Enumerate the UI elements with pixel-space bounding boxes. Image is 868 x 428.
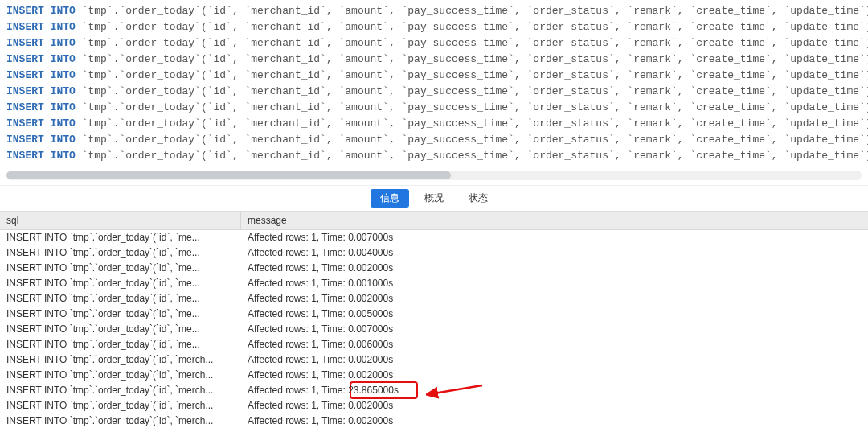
result-sql-cell: INSERT INTO `tmp`.`order_today`(`id`, `m… <box>0 245 241 261</box>
sql-keyword-into: INTO <box>51 150 76 162</box>
results-body: INSERT INTO `tmp`.`order_today`(`id`, `m… <box>0 230 868 428</box>
sql-keyword-into: INTO <box>51 85 76 97</box>
result-row[interactable]: INSERT INTO `tmp`.`order_today`(`id`, `m… <box>0 368 868 383</box>
result-sql-cell: INSERT INTO `tmp`.`order_today`(`id`, `m… <box>0 276 241 291</box>
result-sql-cell: INSERT INTO `tmp`.`order_today`(`id`, `m… <box>0 261 241 276</box>
sql-line[interactable]: INSERT INTO `tmp`.`order_today`(`id`, `m… <box>6 19 862 35</box>
result-sql-cell: INSERT INTO `tmp`.`order_today`(`id`, `m… <box>0 414 241 428</box>
result-row[interactable]: INSERT INTO `tmp`.`order_today`(`id`, `m… <box>0 322 868 337</box>
sql-editor[interactable]: INSERT INTO `tmp`.`order_today`(`id`, `m… <box>0 0 868 167</box>
sql-text: `tmp`.`order_today`(`id`, `merchant_id`,… <box>82 21 868 33</box>
sql-keyword-into: INTO <box>51 37 76 49</box>
result-sql-cell: INSERT INTO `tmp`.`order_today`(`id`, `m… <box>0 383 241 398</box>
result-row[interactable]: INSERT INTO `tmp`.`order_today`(`id`, `m… <box>0 291 868 307</box>
sql-text: `tmp`.`order_today`(`id`, `merchant_id`,… <box>82 69 868 81</box>
result-row[interactable]: INSERT INTO `tmp`.`order_today`(`id`, `m… <box>0 230 868 245</box>
sql-keyword-into: INTO <box>51 5 76 17</box>
sql-line[interactable]: INSERT INTO `tmp`.`order_today`(`id`, `m… <box>6 116 862 132</box>
sql-keyword-insert: INSERT <box>6 53 44 65</box>
sql-text: `tmp`.`order_today`(`id`, `merchant_id`,… <box>82 5 868 17</box>
result-message-cell: Affected rows: 1, Time: 0.002000s <box>241 398 868 414</box>
sql-line[interactable]: INSERT INTO `tmp`.`order_today`(`id`, `m… <box>6 84 862 100</box>
sql-line[interactable]: INSERT INTO `tmp`.`order_today`(`id`, `m… <box>6 132 862 148</box>
column-header-message[interactable]: message <box>241 212 868 229</box>
tab-overview[interactable]: 概况 <box>415 189 453 208</box>
sql-line[interactable]: INSERT INTO `tmp`.`order_today`(`id`, `m… <box>6 3 862 19</box>
sql-keyword-insert: INSERT <box>6 69 44 81</box>
sql-line[interactable]: INSERT INTO `tmp`.`order_today`(`id`, `m… <box>6 68 862 84</box>
result-sql-cell: INSERT INTO `tmp`.`order_today`(`id`, `m… <box>0 398 241 414</box>
result-sql-cell: INSERT INTO `tmp`.`order_today`(`id`, `m… <box>0 230 241 245</box>
sql-keyword-into: INTO <box>51 21 76 33</box>
sql-text: `tmp`.`order_today`(`id`, `merchant_id`,… <box>82 53 868 65</box>
sql-keyword-insert: INSERT <box>6 150 44 162</box>
horizontal-scrollbar[interactable] <box>6 171 862 180</box>
result-message-cell: Affected rows: 1, Time: 0.002000s <box>241 352 868 368</box>
sql-keyword-into: INTO <box>51 117 76 130</box>
result-time-highlighted: 23.865000s <box>348 385 399 396</box>
result-sql-cell: INSERT INTO `tmp`.`order_today`(`id`, `m… <box>0 352 241 368</box>
result-row[interactable]: INSERT INTO `tmp`.`order_today`(`id`, `m… <box>0 307 868 322</box>
sql-text: `tmp`.`order_today`(`id`, `merchant_id`,… <box>82 85 868 97</box>
column-header-sql[interactable]: sql <box>0 212 241 229</box>
sql-keyword-insert: INSERT <box>6 101 44 113</box>
result-sql-cell: INSERT INTO `tmp`.`order_today`(`id`, `m… <box>0 368 241 383</box>
sql-keyword-insert: INSERT <box>6 37 44 49</box>
result-message-cell: Affected rows: 1, Time: 0.007000s <box>241 322 868 337</box>
result-message-cell: Affected rows: 1, Time: 23.865000s <box>241 383 868 398</box>
sql-keyword-insert: INSERT <box>6 134 44 146</box>
sql-text: `tmp`.`order_today`(`id`, `merchant_id`,… <box>82 134 868 146</box>
result-row[interactable]: INSERT INTO `tmp`.`order_today`(`id`, `m… <box>0 414 868 428</box>
sql-keyword-insert: INSERT <box>6 85 44 97</box>
result-sql-cell: INSERT INTO `tmp`.`order_today`(`id`, `m… <box>0 307 241 322</box>
sql-keyword-insert: INSERT <box>6 5 44 17</box>
result-message-cell: Affected rows: 1, Time: 0.004000s <box>241 245 868 261</box>
sql-text: `tmp`.`order_today`(`id`, `merchant_id`,… <box>82 101 868 113</box>
sql-line[interactable]: INSERT INTO `tmp`.`order_today`(`id`, `m… <box>6 100 862 116</box>
sql-keyword-into: INTO <box>51 101 76 113</box>
sql-text: `tmp`.`order_today`(`id`, `merchant_id`,… <box>82 117 868 130</box>
result-sql-cell: INSERT INTO `tmp`.`order_today`(`id`, `m… <box>0 322 241 337</box>
result-message-cell: Affected rows: 1, Time: 0.002000s <box>241 261 868 276</box>
sql-keyword-into: INTO <box>51 53 76 65</box>
sql-keyword-insert: INSERT <box>6 21 44 33</box>
sql-line[interactable]: INSERT INTO `tmp`.`order_today`(`id`, `m… <box>6 51 862 68</box>
sql-keyword-into: INTO <box>51 69 76 81</box>
result-tabs: 信息 概况 状态 <box>0 185 868 212</box>
result-row[interactable]: INSERT INTO `tmp`.`order_today`(`id`, `m… <box>0 383 868 398</box>
tab-status[interactable]: 状态 <box>459 189 497 208</box>
result-message-cell: Affected rows: 1, Time: 0.002000s <box>241 368 868 383</box>
sql-line[interactable]: INSERT INTO `tmp`.`order_today`(`id`, `m… <box>6 148 862 164</box>
result-row[interactable]: INSERT INTO `tmp`.`order_today`(`id`, `m… <box>0 245 868 261</box>
result-row[interactable]: INSERT INTO `tmp`.`order_today`(`id`, `m… <box>0 352 868 368</box>
result-message-cell: Affected rows: 1, Time: 0.002000s <box>241 291 868 307</box>
sql-text: `tmp`.`order_today`(`id`, `merchant_id`,… <box>82 150 868 162</box>
result-message-prefix: Affected rows: 1, Time: <box>248 385 348 396</box>
result-message-cell: Affected rows: 1, Time: 0.007000s <box>241 230 868 245</box>
scrollbar-thumb[interactable] <box>6 171 451 179</box>
result-message-cell: Affected rows: 1, Time: 0.001000s <box>241 276 868 291</box>
result-row[interactable]: INSERT INTO `tmp`.`order_today`(`id`, `m… <box>0 398 868 414</box>
result-row[interactable]: INSERT INTO `tmp`.`order_today`(`id`, `m… <box>0 276 868 291</box>
result-sql-cell: INSERT INTO `tmp`.`order_today`(`id`, `m… <box>0 291 241 307</box>
results-header: sql message <box>0 212 868 230</box>
result-message-cell: Affected rows: 1, Time: 0.005000s <box>241 307 868 322</box>
sql-line[interactable]: INSERT INTO `tmp`.`order_today`(`id`, `m… <box>6 35 862 51</box>
result-row[interactable]: INSERT INTO `tmp`.`order_today`(`id`, `m… <box>0 337 868 352</box>
sql-keyword-insert: INSERT <box>6 117 44 130</box>
tab-info[interactable]: 信息 <box>371 189 409 208</box>
sql-keyword-into: INTO <box>51 134 76 146</box>
result-message-cell: Affected rows: 1, Time: 0.002000s <box>241 414 868 428</box>
sql-text: `tmp`.`order_today`(`id`, `merchant_id`,… <box>82 37 868 49</box>
result-message-cell: Affected rows: 1, Time: 0.006000s <box>241 337 868 352</box>
result-row[interactable]: INSERT INTO `tmp`.`order_today`(`id`, `m… <box>0 261 868 276</box>
result-sql-cell: INSERT INTO `tmp`.`order_today`(`id`, `m… <box>0 337 241 352</box>
